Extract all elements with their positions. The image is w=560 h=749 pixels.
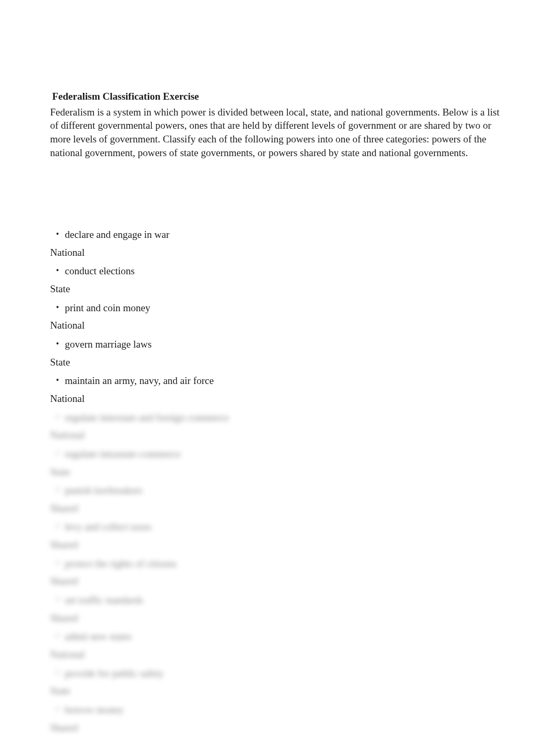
answer-text: Shared — [50, 721, 510, 735]
answer-text: National — [50, 246, 510, 260]
list-item: •regulate intrastate commerceState — [50, 447, 510, 478]
power-line: •levy and collect taxes — [50, 520, 510, 534]
list-item: •borrow moneyShared — [50, 703, 510, 734]
power-text: regulate intrastate commerce — [65, 447, 180, 461]
answer-text: State — [50, 684, 510, 698]
bullet-icon: • — [50, 630, 65, 642]
power-text: punish lawbreakers — [65, 484, 142, 497]
intro-paragraph: Federalism is a system in which power is… — [50, 105, 510, 160]
list-item: •govern marriage lawsState — [50, 338, 510, 369]
answer-text: National — [50, 392, 510, 406]
list-item: •declare and engage in warNational — [50, 228, 510, 259]
answer-text: Shared — [50, 502, 510, 515]
list-item: •admit new statesNational — [50, 630, 510, 661]
power-line: •protect the rights of citizens — [50, 557, 510, 571]
bullet-icon: • — [50, 484, 65, 496]
bullet-icon: • — [50, 593, 65, 606]
power-text: declare and engage in war — [65, 228, 169, 242]
power-line: •admit new states — [50, 630, 510, 644]
bullet-icon: • — [50, 520, 65, 533]
document-title: Federalism Classification Exercise — [52, 90, 510, 103]
power-text: print and coin money — [65, 301, 150, 315]
power-line: •declare and engage in war — [50, 228, 510, 242]
power-line: •punish lawbreakers — [50, 484, 510, 497]
power-line: •conduct elections — [50, 264, 510, 278]
bullet-icon: • — [50, 228, 65, 241]
answer-text: State — [50, 282, 510, 296]
list-item: •print and coin moneyNational — [50, 301, 510, 332]
answer-text: National — [50, 428, 510, 442]
power-text: levy and collect taxes — [65, 520, 151, 534]
power-line: •regulate interstate and foreign commerc… — [50, 411, 510, 425]
bullet-icon: • — [50, 338, 65, 350]
power-text: provide for public safety — [65, 667, 163, 680]
list-item: •regulate interstate and foreign commerc… — [50, 411, 510, 442]
list-item: •levy and collect taxesShared — [50, 520, 510, 551]
power-line: •regulate intrastate commerce — [50, 447, 510, 461]
power-line: •borrow money — [50, 703, 510, 717]
power-line: •set traffic standards — [50, 593, 510, 607]
power-text: protect the rights of citizens — [65, 557, 177, 571]
bullet-icon: • — [50, 301, 65, 314]
answer-text: State — [50, 465, 510, 479]
bullet-icon: • — [50, 374, 65, 387]
answer-text: Shared — [50, 538, 510, 552]
power-text: regulate interstate and foreign commerce — [65, 411, 229, 425]
answer-text: National — [50, 648, 510, 661]
items-list: •declare and engage in warNational•condu… — [50, 228, 510, 734]
bullet-icon: • — [50, 411, 65, 424]
power-text: conduct elections — [65, 264, 134, 278]
bullet-icon: • — [50, 447, 65, 460]
answer-text: Shared — [50, 574, 510, 588]
power-line: •provide for public safety — [50, 667, 510, 680]
power-text: govern marriage laws — [65, 338, 152, 351]
power-line: •govern marriage laws — [50, 338, 510, 351]
bullet-icon: • — [50, 557, 65, 570]
power-text: admit new states — [65, 630, 132, 644]
list-item: •punish lawbreakersShared — [50, 484, 510, 515]
answer-text: State — [50, 356, 510, 369]
list-item: •maintain an army, navy, and air forceNa… — [50, 374, 510, 405]
list-item: •set traffic standardsShared — [50, 593, 510, 625]
power-line: •print and coin money — [50, 301, 510, 315]
answer-text: National — [50, 319, 510, 332]
bullet-icon: • — [50, 264, 65, 277]
power-line: •maintain an army, navy, and air force — [50, 374, 510, 388]
list-item: •conduct electionsState — [50, 264, 510, 295]
answer-text: Shared — [50, 611, 510, 625]
power-text: maintain an army, navy, and air force — [65, 374, 214, 388]
power-text: set traffic standards — [65, 593, 143, 607]
list-item: •protect the rights of citizensShared — [50, 557, 510, 588]
bullet-icon: • — [50, 667, 65, 679]
power-text: borrow money — [65, 703, 123, 717]
list-item: •provide for public safetyState — [50, 667, 510, 698]
bullet-icon: • — [50, 703, 65, 716]
